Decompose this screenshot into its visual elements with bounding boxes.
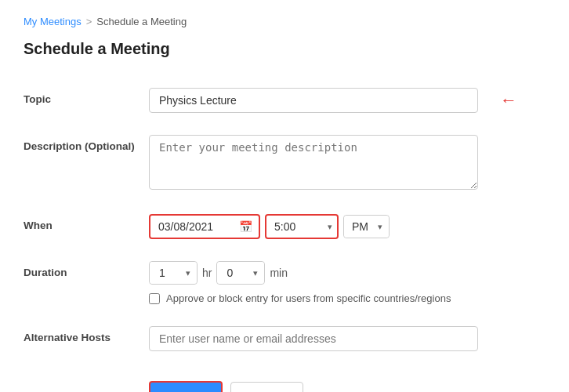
alt-hosts-input[interactable]	[149, 326, 478, 351]
time-input-wrapper: 5:00 5:30 6:00 6:30	[265, 214, 339, 239]
alt-hosts-label: Alternative Hosts	[24, 326, 149, 343]
time-select[interactable]: 5:00 5:30 6:00 6:30	[266, 216, 337, 238]
duration-label: Duration	[24, 261, 149, 278]
description-control	[149, 135, 478, 192]
topic-input[interactable]	[149, 88, 478, 113]
duration-fields: 0 1 2 3 4 hr 0 15 30 45	[149, 261, 478, 285]
description-textarea[interactable]	[149, 135, 478, 190]
button-row: Save Cancel	[149, 381, 545, 392]
ampm-select[interactable]: AM PM	[344, 216, 389, 238]
topic-arrow-indicator: ←	[500, 90, 517, 111]
time-select-wrapper: 5:00 5:30 6:00 6:30	[266, 216, 337, 238]
date-input[interactable]	[150, 216, 233, 238]
description-label: Description (Optional)	[24, 135, 149, 152]
duration-row: Duration 0 1 2 3 4 hr	[24, 250, 545, 315]
approve-checkbox-label: Approve or block entry for users from sp…	[166, 292, 451, 304]
date-input-wrapper: 📅	[149, 214, 260, 239]
description-row: Description (Optional)	[24, 124, 545, 203]
hr-select-wrapper: 0 1 2 3 4	[149, 261, 198, 285]
topic-row: Topic ←	[24, 77, 545, 124]
when-fields: 📅 5:00 5:30 6:00 6:30	[149, 214, 478, 239]
min-select-wrapper: 0 15 30 45	[216, 261, 265, 285]
when-control: 📅 5:00 5:30 6:00 6:30	[149, 214, 478, 239]
topic-input-wrapper: ←	[149, 88, 478, 113]
page-title: Schedule a Meeting	[24, 40, 545, 58]
ampm-select-wrapper: AM PM	[343, 215, 390, 238]
calendar-icon[interactable]: 📅	[233, 216, 259, 238]
hr-label: hr	[202, 267, 212, 279]
when-label: When	[24, 214, 149, 231]
alt-hosts-control	[149, 326, 478, 351]
topic-control: ←	[149, 88, 478, 113]
approve-checkbox-row: Approve or block entry for users from sp…	[149, 292, 478, 304]
when-row: When 📅 5:00 5:30 6:00	[24, 203, 545, 250]
page-container: My Meetings > Schedule a Meeting Schedul…	[0, 0, 569, 392]
breadcrumb-current: Schedule a Meeting	[96, 16, 187, 27]
breadcrumb: My Meetings > Schedule a Meeting	[24, 16, 545, 27]
duration-control: 0 1 2 3 4 hr 0 15 30 45	[149, 261, 478, 304]
breadcrumb-link-my-meetings[interactable]: My Meetings	[24, 16, 82, 27]
save-button[interactable]: Save	[149, 381, 223, 392]
alt-hosts-row: Alternative Hosts	[24, 315, 545, 362]
breadcrumb-separator: >	[86, 16, 92, 27]
approve-checkbox[interactable]	[149, 293, 160, 304]
min-select[interactable]: 0 15 30 45	[217, 262, 264, 284]
topic-label: Topic	[24, 88, 149, 105]
min-label: min	[270, 267, 288, 279]
cancel-button[interactable]: Cancel	[230, 382, 303, 392]
schedule-meeting-form: Topic ← Description (Optional) When	[24, 77, 545, 362]
hr-select[interactable]: 0 1 2 3 4	[150, 262, 197, 284]
